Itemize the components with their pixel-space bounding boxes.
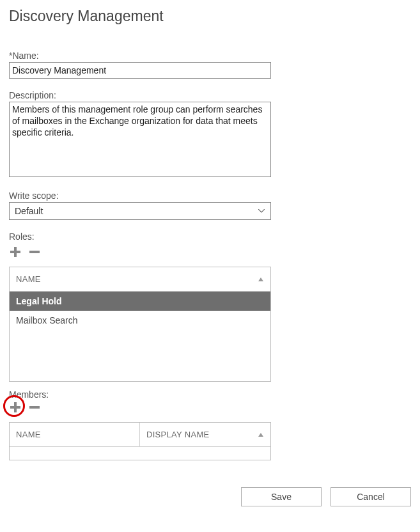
description-label: Description: [9, 90, 411, 100]
save-button[interactable]: Save [241, 487, 322, 506]
members-label: Members: [9, 389, 411, 400]
members-header-displayname-label: DISPLAY NAME [146, 430, 210, 439]
members-header-name[interactable]: NAME [10, 423, 140, 446]
name-input[interactable] [9, 62, 271, 79]
svg-rect-4 [10, 406, 20, 409]
list-item[interactable]: Mailbox Search [10, 311, 270, 330]
minus-icon [28, 246, 41, 258]
cancel-button[interactable]: Cancel [331, 487, 411, 506]
name-label: *Name: [9, 51, 411, 61]
roles-header[interactable]: NAME [10, 267, 270, 292]
svg-rect-5 [29, 406, 40, 409]
list-item[interactable]: Legal Hold [10, 292, 270, 311]
minus-icon [28, 401, 41, 414]
remove-member-button[interactable] [28, 401, 41, 416]
members-listbox: NAME DISPLAY NAME [9, 422, 271, 460]
add-member-button[interactable] [9, 401, 22, 416]
remove-role-button[interactable] [28, 246, 41, 260]
members-header-displayname[interactable]: DISPLAY NAME [140, 423, 270, 446]
svg-rect-1 [10, 251, 20, 253]
members-header-name-label: NAME [16, 430, 41, 439]
chevron-down-icon [258, 207, 265, 215]
add-role-button[interactable] [9, 246, 22, 260]
sort-asc-icon [258, 432, 264, 438]
write-scope-select[interactable]: Default [9, 202, 271, 220]
description-textarea[interactable] [9, 102, 271, 177]
sort-asc-icon [258, 276, 264, 283]
roles-listbox: NAME Legal HoldMailbox Search [9, 267, 271, 382]
write-scope-label: Write scope: [9, 191, 411, 201]
page-title: Discovery Management [9, 8, 411, 25]
roles-header-label: NAME [16, 274, 41, 284]
plus-icon [9, 401, 22, 414]
svg-rect-2 [29, 251, 40, 253]
roles-label: Roles: [9, 231, 411, 242]
plus-icon [9, 246, 22, 258]
write-scope-value: Default [15, 206, 43, 216]
